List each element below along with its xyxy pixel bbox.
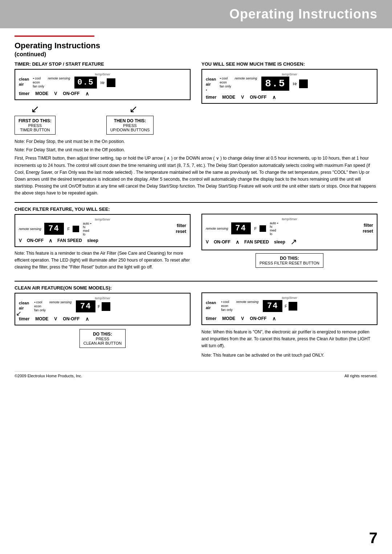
- fan-speed-label-left: FAN SPEED: [57, 238, 82, 243]
- filter-right-panel: temp/timer remote sensing 74 F auto ▪ hi…: [201, 214, 377, 250]
- timer-right-black-sq: [299, 79, 308, 88]
- timer-right-display: 8.5: [261, 77, 289, 91]
- filter-left-top-label: temp/timer: [19, 218, 186, 221]
- clean-air-caret-left[interactable]: ∧: [85, 316, 89, 322]
- filter-right-black-sq: [260, 225, 266, 232]
- clean-air-left-black-sq: [102, 302, 110, 311]
- filter-on-off-left[interactable]: ON-OFF: [27, 238, 44, 243]
- footer-row: ©2009 Electrolux Home Products, Inc. All…: [15, 371, 377, 378]
- first-do-this-box: FIRST DO THIS: PRESS TIMER BUTTON: [15, 116, 56, 135]
- section-title: Operating Instructions: [15, 41, 377, 50]
- timer-right-top-label: temp/timer: [206, 73, 373, 76]
- clean-air-caret-right[interactable]: ∧: [272, 316, 276, 321]
- timer-label-right: timer: [206, 95, 216, 100]
- filter-left-f: F: [68, 227, 70, 231]
- header-bar: Operating Instructions: [0, 0, 392, 28]
- filter-left-black-sq: [73, 226, 79, 232]
- filter-caret-right[interactable]: ∧: [236, 239, 239, 245]
- section-subtitle: (continued): [15, 51, 377, 58]
- footer-copyright: ©2009 Electrolux Home Products, Inc.: [15, 374, 82, 378]
- clean-air-timer-right: timer: [206, 316, 216, 321]
- filter-reset-label-left: filterreset: [176, 223, 186, 234]
- timer-notes: Note: For Delay Stop, the unit must be i…: [15, 138, 377, 197]
- clean-air-right-display: 74: [263, 300, 282, 312]
- timer-heading: TIMER: DELAY STOP / START FEATURE: [15, 61, 191, 67]
- filter-left-remote: remote sensing: [19, 227, 41, 231]
- then-do-this-box: THEN DO THIS: PRESS UP/DOWN BUTTONS: [106, 116, 154, 135]
- sleep-label-right: sleep: [274, 239, 285, 245]
- timer-right-heading: YOU WILL SEE HOW MUCH TIME IS CHOSEN:: [201, 61, 377, 67]
- filter-left-panel: temp/timer remote sensing 74 F auto ▪ hi…: [15, 214, 191, 247]
- clean-air-on-off-left[interactable]: ON-OFF: [63, 316, 79, 321]
- page-number: 7: [369, 529, 377, 547]
- clean-air-v-right[interactable]: V: [241, 316, 244, 321]
- mode-label-left: MODE: [35, 91, 48, 96]
- filter-on-off-right[interactable]: ON-OFF: [214, 239, 230, 245]
- clean-air-heading: CLEAN AIR FEATURE(on some models):: [15, 285, 191, 291]
- filter-reset-label-right: filterreset: [363, 223, 373, 234]
- clean-air-left-f: F: [98, 304, 100, 309]
- filter-right-top-label: temp/timer: [206, 217, 373, 221]
- clean-air-mode-left: MODE: [35, 316, 48, 321]
- footer-rights: All rights reserved.: [344, 374, 377, 378]
- filter-left-display: 74: [44, 223, 64, 235]
- filter-right-f: F: [254, 226, 257, 231]
- caret-up-right[interactable]: ∧: [272, 94, 276, 100]
- filter-do-this-box: DO THIS: PRESS FILTER RESET BUTTON: [256, 253, 323, 268]
- header-title: Operating Instructions: [15, 7, 377, 22]
- clean-air-right-black-sq: [289, 302, 297, 311]
- timer-left-black-sq: [107, 78, 115, 87]
- filter-right-remote: remote sensing: [206, 227, 228, 230]
- sleep-label-left: sleep: [87, 238, 98, 243]
- on-off-label-left[interactable]: ON-OFF: [63, 91, 79, 96]
- filter-heading: CHECK FILTER FEATURE, YOU WILL SEE:: [15, 206, 191, 212]
- on-off-label-right[interactable]: ON-OFF: [250, 95, 266, 100]
- filter-notes: Note: This feature is a reminder to clea…: [15, 250, 191, 271]
- clean-air-right-top-label: temp/timer: [206, 296, 373, 300]
- clean-air-v-left[interactable]: V: [54, 316, 57, 321]
- clean-air-right-f: F: [285, 304, 287, 308]
- timer-left-display: 0.5: [74, 77, 97, 89]
- clean-air-on-off-right[interactable]: ON-OFF: [250, 316, 266, 321]
- clean-air-notes: Note: When this feature is "ON", the ele…: [201, 329, 377, 359]
- timer-right-hr: Hr: [293, 82, 297, 86]
- v-label-right[interactable]: V: [241, 95, 244, 100]
- fan-speed-label-right: FAN SPEED: [244, 239, 269, 245]
- clean-air-label-right: cleanair▪: [206, 77, 216, 92]
- filter-caret-left[interactable]: ∧: [49, 238, 52, 243]
- timer-left-hr: Hr: [101, 81, 105, 85]
- clean-air-right-panel: temp/timer cleanair ▪ cool econ fan only…: [201, 292, 377, 325]
- clean-air-do-this-box: DO THIS: PRESS CLEAN AIR BUTTON: [79, 329, 126, 348]
- timer-right-panel: temp/timer cleanair▪ ▪ cool econ fan onl…: [201, 69, 377, 104]
- filter-right-display: 74: [231, 222, 251, 234]
- filter-v-right[interactable]: V: [206, 239, 209, 245]
- timer-label-left: timer: [19, 91, 29, 96]
- timer-left-panel: temp/timer cleanair ▪ cool econ fan only…: [15, 69, 191, 100]
- clean-air-mode-right: MODE: [222, 316, 235, 321]
- caret-up-left[interactable]: ∧: [85, 91, 89, 97]
- clean-air-left-top-label: temp/timer: [19, 296, 186, 300]
- v-label-left[interactable]: V: [54, 91, 57, 96]
- clean-air-label-left: cleanair: [19, 77, 29, 87]
- clean-air-left-panel: temp/timer cleanair ↙ ▪ cool econ fan on…: [15, 293, 191, 325]
- mode-label-right: MODE: [222, 95, 235, 100]
- filter-v-left[interactable]: V: [19, 238, 22, 243]
- timer-left-top-label: temp/timer: [19, 73, 186, 76]
- clean-air-left-display: 74: [76, 300, 95, 312]
